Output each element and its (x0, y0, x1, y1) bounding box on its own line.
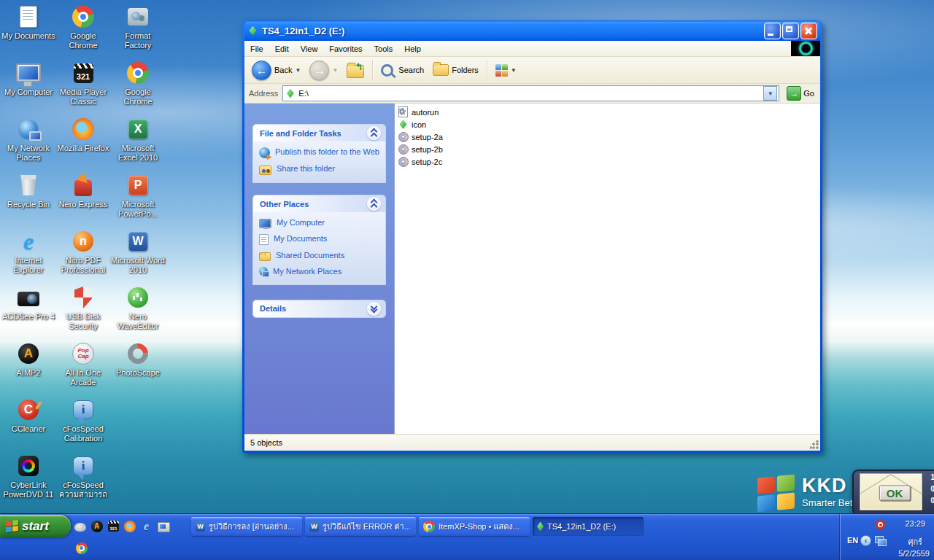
my-network-places-link[interactable]: My Network Places (259, 267, 381, 277)
desktop-icon-cfosspeed-thai[interactable]: icFosSpeed ความสามารถ (56, 454, 110, 510)
file-row-setup-2a[interactable]: setup-2a (398, 131, 820, 143)
task-button-word-2[interactable]: W รูปวิธีแก้ไข ERROR ต่า... (305, 517, 416, 536)
desktop-icon-acdsee[interactable]: ACDSee Pro 4 (1, 285, 55, 341)
search-button[interactable]: Search (378, 63, 427, 78)
desktop-icon-my-computer[interactable]: My Computer (1, 61, 55, 117)
desktop-icon-nero-waveeditor[interactable]: Nero WaveEditor (111, 285, 165, 341)
desktop-icon-label: USB Disk Security (56, 312, 110, 331)
panel-title: File and Folder Tasks (260, 129, 341, 138)
forward-button[interactable]: → ▼ (306, 59, 341, 82)
language-indicator[interactable]: EN (847, 536, 858, 545)
expand-chevron-icon[interactable] (367, 302, 381, 316)
share-folder-link[interactable]: Share this folder (259, 164, 381, 175)
usb-disk-security-tray-icon[interactable] (876, 520, 885, 529)
file-row-setup-2c[interactable]: setup-2c (398, 155, 820, 168)
explorer-window: TS4_12in1_D2 (E:) File Edit View Favorit… (242, 20, 822, 453)
minimize-button[interactable] (764, 23, 781, 39)
panel-header[interactable]: Details (253, 300, 385, 317)
task-label: รูปวิธีแก้ไข ERROR ต่า... (323, 520, 411, 533)
close-button[interactable] (800, 23, 817, 39)
quicklaunch-media-player-classic-icon[interactable]: 321 (107, 520, 120, 532)
views-dropdown-caret-icon[interactable]: ▼ (511, 67, 517, 74)
task-button-word-1[interactable]: W รูปวิธีการลง [อ่านอย่าง... (191, 517, 302, 536)
quicklaunch-firefox-icon[interactable] (123, 520, 136, 532)
go-arrow-icon: → (787, 86, 801, 101)
desktop-icon-usb-disk-security[interactable]: USB Disk Security (56, 285, 110, 341)
clock-day: ศุกร์ (908, 535, 922, 548)
maximize-button[interactable] (782, 23, 799, 39)
start-label: start (22, 519, 49, 534)
back-dropdown-caret-icon[interactable]: ▼ (295, 67, 301, 74)
desktop-icon-label: Google Chrome (56, 31, 110, 50)
desktop-icon-all-in-one-arcade[interactable]: PopCapAll In One Arcade (56, 341, 110, 397)
views-button[interactable]: ▼ (493, 63, 520, 78)
ok-button[interactable]: OK (879, 485, 911, 500)
desktop-icon-label: AIMP2 (16, 368, 40, 378)
desktop-icon-nero-express[interactable]: Nero Express (56, 173, 110, 229)
search-label: Search (398, 66, 424, 74)
desktop-icon-nitro-pdf[interactable]: nNitro PDF Professional (56, 229, 110, 285)
address-dropdown-button[interactable]: ▼ (763, 86, 777, 101)
go-button[interactable]: → Go (784, 86, 817, 101)
desktop-icon-my-network-places[interactable]: My Network Places (1, 117, 55, 173)
address-plumbob-icon (285, 88, 296, 99)
publish-folder-link[interactable]: Publish this folder to the Web (259, 147, 381, 158)
desktop-icon-mozilla-firefox[interactable]: Mozilla Firefox (56, 117, 110, 173)
task-label: ItemXP-Shop • แสดง... (439, 520, 520, 533)
desktop-icon-photoscape[interactable]: PhotoScape (111, 341, 165, 397)
shared-documents-link[interactable]: Shared Documents (259, 251, 381, 261)
panel-header[interactable]: File and Folder Tasks (253, 125, 385, 141)
desktop-icon-google-chrome[interactable]: Google Chrome (56, 4, 110, 61)
popup-digit: 1 (930, 473, 934, 482)
desktop-icon-format-factory[interactable]: Format Factory (111, 4, 165, 61)
desktop-icon-powerdvd[interactable]: CyberLink PowerDVD 11 (1, 454, 55, 510)
menu-favorites[interactable]: Favorites (323, 41, 368, 56)
address-value[interactable]: E:\ (298, 89, 760, 98)
windows-flag-icon (757, 474, 795, 512)
desktop-icon-media-player-classic[interactable]: 321Media Player Classic (56, 61, 110, 117)
network-tray-icon[interactable] (875, 536, 884, 543)
menu-tools[interactable]: Tools (368, 41, 399, 56)
task-button-chrome[interactable]: ItemXP-Shop • แสดง... (419, 517, 530, 536)
menu-help[interactable]: Help (398, 41, 427, 56)
my-documents-link[interactable]: My Documents (259, 234, 381, 245)
title-bar[interactable]: TS4_12in1_D2 (E:) (244, 20, 820, 41)
share-folder-icon (259, 166, 271, 175)
address-combo[interactable]: E:\ ▼ (282, 85, 779, 101)
hide-icons-chevron-icon[interactable]: ‹ (860, 535, 871, 546)
desktop-icon-microsoft-powerpoint[interactable]: PMicrosoft PowerPo... (111, 173, 165, 229)
resize-grip[interactable] (810, 440, 819, 449)
task-button-explorer-active[interactable]: TS4_12in1_D2 (E:) (533, 517, 644, 536)
folders-button[interactable]: Folders (430, 63, 482, 77)
menu-view[interactable]: View (295, 41, 324, 56)
quicklaunch-chrome-icon[interactable] (75, 542, 88, 554)
panel-header[interactable]: Other Places (253, 195, 385, 212)
desktop-icon-microsoft-excel[interactable]: XMicrosoft Excel 2010 (111, 117, 165, 173)
back-button[interactable]: ← Back ▼ (249, 59, 304, 82)
file-row-setup-2b[interactable]: setup-2b (398, 143, 820, 155)
quicklaunch-aimp-icon[interactable]: A (90, 520, 103, 532)
desktop-icon-aimp2[interactable]: AAIMP2 (1, 341, 55, 397)
collapse-chevron-icon[interactable] (367, 197, 381, 211)
desktop-icon-my-documents[interactable]: My Documents (1, 4, 55, 61)
setup-information-file-icon (398, 106, 409, 117)
file-row-icon[interactable]: icon (398, 118, 820, 131)
desktop-icon-cfosspeed-calibration[interactable]: icFosSpeed Calibration (56, 397, 110, 454)
menu-file[interactable]: File (244, 41, 269, 56)
quicklaunch-gray-icon[interactable] (74, 521, 86, 533)
quicklaunch-internet-explorer-icon[interactable]: e (140, 520, 153, 532)
start-button[interactable]: start (0, 515, 71, 537)
clock-time[interactable]: 23:29 (905, 519, 925, 528)
file-row-autorun[interactable]: autorun (398, 106, 820, 118)
desktop-icon-google-chrome-2[interactable]: Google Chrome (111, 61, 165, 117)
desktop-icon-internet-explorer[interactable]: eInternet Explorer (1, 229, 55, 285)
collapse-chevron-icon[interactable] (367, 126, 381, 140)
menu-edit[interactable]: Edit (269, 41, 295, 56)
place-link-label: Shared Documents (276, 251, 344, 261)
desktop-icon-ccleaner[interactable]: CCCleaner (1, 397, 55, 454)
quicklaunch-show-desktop-icon[interactable] (158, 521, 170, 533)
up-button[interactable] (344, 61, 367, 79)
desktop-icon-recycle-bin[interactable]: Recycle Bin (1, 173, 55, 229)
my-computer-link[interactable]: My Computer (259, 218, 381, 228)
desktop-icon-microsoft-word[interactable]: WMicrosoft Word 2010 (111, 229, 165, 285)
